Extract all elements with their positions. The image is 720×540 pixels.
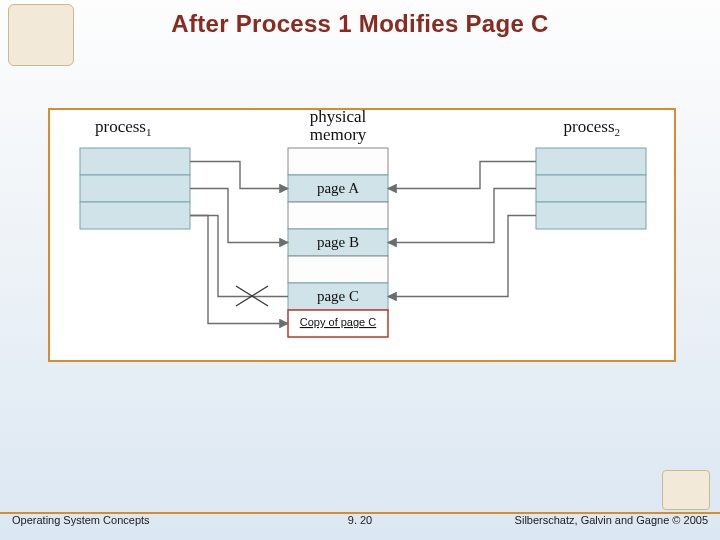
wire-p1-a [190, 162, 288, 189]
diagram-panel: process1 physical memory process2 page A… [48, 108, 676, 362]
cow-diagram: process1 physical memory process2 page A… [50, 110, 674, 360]
wire-p2-c [388, 216, 536, 297]
phys-label-c: page C [317, 288, 359, 304]
p1-slot-0 [80, 148, 190, 175]
phys-label-b: page B [317, 234, 359, 250]
p1-slot-2 [80, 202, 190, 229]
p2-slot-2 [536, 202, 646, 229]
p2-slot-1 [536, 175, 646, 202]
phys-slot-4 [288, 256, 388, 283]
phys-slot-2 [288, 202, 388, 229]
label-physical-memory-1: physical [310, 110, 367, 126]
wire-p1-old-c [190, 216, 288, 297]
brand-logo-small [662, 470, 710, 510]
phys-label-copy-c: Copy of page C [300, 316, 376, 328]
footer: Operating System Concepts 9. 20 Silbersc… [0, 514, 720, 532]
phys-slot-0 [288, 148, 388, 175]
footer-right: Silberschatz, Galvin and Gagne © 2005 [515, 514, 708, 526]
label-physical-memory-2: memory [310, 125, 367, 144]
phys-label-a: page A [317, 180, 359, 196]
wire-p1-copy-c [190, 216, 288, 324]
label-process1: process1 [95, 117, 151, 138]
p1-slot-1 [80, 175, 190, 202]
p2-slot-0 [536, 148, 646, 175]
wire-p2-a [388, 162, 536, 189]
page-title: After Process 1 Modifies Page C [0, 10, 720, 38]
label-process2: process2 [564, 117, 620, 138]
